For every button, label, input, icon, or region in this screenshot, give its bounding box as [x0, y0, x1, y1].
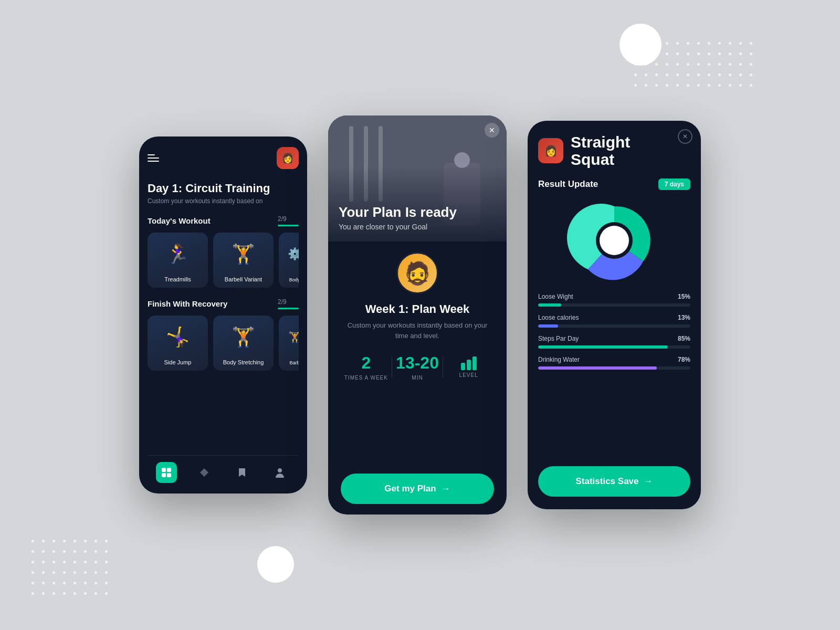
today-workout-label: Today's Workout: [148, 216, 211, 225]
stretch-icon: 🏋️: [213, 316, 274, 358]
nav-grid[interactable]: [156, 462, 177, 483]
water-pct: 78%: [678, 356, 690, 363]
stats-avatar: 👩: [538, 138, 563, 163]
stat-loose-calories: Loose calories 13%: [538, 314, 690, 328]
recovery-card-stretch[interactable]: 🏋️ Body Stretching: [213, 316, 274, 371]
donut-svg: [567, 198, 662, 282]
water-label: Drinking Water: [538, 356, 580, 363]
hero-text-block: Your Plan Is ready You are closer to you…: [339, 204, 457, 231]
loose-calories-label: Loose calories: [538, 314, 579, 321]
svg-point-4: [278, 468, 282, 472]
week-description: Custom your workouts instantly based on …: [341, 320, 494, 341]
week-title: Week 1: Plan Week: [365, 302, 470, 316]
menu-icon[interactable]: [148, 154, 159, 162]
steps-track: [538, 345, 690, 349]
save-arrow: →: [644, 476, 653, 487]
level-bars: [461, 356, 477, 370]
phone-workout: 👩 Day 1: Circuit Training Custom your wo…: [139, 136, 307, 494]
recovery-header: Finish With Recovery 2/9: [148, 298, 299, 309]
phone1-header: 👩: [148, 147, 299, 169]
hero-close-button[interactable]: ✕: [485, 123, 499, 138]
phone-plan: Your Plan Is ready You are closer to you…: [328, 116, 507, 514]
recovery-card-jump[interactable]: 🤸‍♀️ Side Jump: [148, 316, 208, 371]
dots-grid-bottom-left: [32, 540, 111, 598]
loose-weight-pct: 15%: [678, 293, 690, 300]
exercise-name-line2: Squat: [571, 151, 614, 168]
stretch-label: Body Stretching: [223, 359, 264, 365]
donut-chart: [567, 198, 662, 282]
avatar[interactable]: 👩: [277, 147, 299, 169]
steps-pct: 85%: [678, 335, 690, 342]
water-track: [538, 366, 690, 370]
stat-times-week: 2 TIMES A WEEK: [341, 353, 392, 381]
phone3-header: 👩 Straight Squat: [538, 133, 669, 168]
stat-min-value: 13-20: [396, 353, 439, 373]
stats-bars-list: Loose Wight 15% Loose calories 13% Ste: [538, 293, 690, 456]
recovery-progress: 2/9: [278, 298, 299, 309]
recovery-section: Finish With Recovery 2/9 🤸‍♀️ Side Jump …: [148, 298, 299, 371]
body-icon: ⚙️: [279, 233, 299, 275]
nav-bookmark[interactable]: [232, 462, 253, 483]
get-plan-label: Get my Plan: [384, 484, 436, 494]
level-bar-3: [472, 356, 477, 370]
workout-card-treadmills[interactable]: 🏃‍♀️ Treadmills: [148, 233, 208, 288]
result-update-row: Result Update 7 days: [538, 178, 690, 190]
loose-calories-track: [538, 324, 690, 328]
phone-stats: ✕ 👩 Straight Squat Result Update 7 days: [528, 121, 701, 509]
loose-weight-track: [538, 303, 690, 307]
level-bar-1: [461, 363, 465, 370]
loose-calories-fill: [538, 324, 558, 328]
body-label: Body: [289, 277, 299, 282]
steps-fill: [538, 345, 668, 349]
page-title: Day 1: Circuit Training: [148, 182, 299, 195]
loose-calories-pct: 13%: [678, 314, 690, 321]
workout-card-barbell[interactable]: 🏋️ Barbell Variant: [213, 233, 274, 288]
water-fill: [538, 366, 657, 370]
loose-weight-fill: [538, 303, 561, 307]
get-plan-button[interactable]: Get my Plan →: [341, 474, 494, 504]
days-badge: 7 days: [658, 178, 690, 190]
recovery-cards-list: 🤸‍♀️ Side Jump 🏋️ Body Stretching 🏋️ Bar…: [148, 316, 299, 371]
steps-label: Steps Par Day: [538, 335, 579, 342]
stat-min: 13-20 MIN: [392, 353, 443, 381]
avatar-image: 👩: [277, 147, 299, 169]
stats-row: 2 TIMES A WEEK 13-20 MIN LEVEL: [341, 353, 494, 381]
loose-weight-label: Loose Wight: [538, 293, 573, 300]
phones-container: 👩 Day 1: Circuit Training Custom your wo…: [139, 116, 701, 514]
workout-card-body[interactable]: ⚙️ Body: [279, 233, 299, 288]
exercise-name-line1: Straight: [571, 133, 630, 151]
barb2-icon: 🏋️: [279, 316, 299, 358]
dots-grid-top-right: // Will be rendered after body loads: [634, 42, 756, 90]
barb2-label: Barb: [289, 360, 299, 365]
svg-rect-2: [162, 473, 166, 477]
statistics-save-button[interactable]: Statistics Save →: [538, 466, 690, 497]
level-bar-2: [467, 360, 471, 370]
save-label: Statistics Save: [575, 476, 638, 487]
stat-level: LEVEL: [443, 356, 494, 378]
stats-close-button[interactable]: ✕: [678, 129, 692, 144]
nav-profile[interactable]: [269, 462, 290, 483]
nav-explore[interactable]: [194, 462, 215, 483]
svg-rect-0: [162, 468, 166, 472]
treadmill-label: Treadmills: [164, 276, 191, 282]
phone2-body: 🧔 Week 1: Plan Week Custom your workouts…: [328, 242, 507, 514]
recovery-card-barb[interactable]: 🏋️ Barb: [279, 316, 299, 371]
jump-icon: 🤸‍♀️: [148, 316, 208, 358]
donut-center-white: [600, 226, 629, 255]
svg-rect-3: [167, 473, 171, 477]
stat-water: Drinking Water 78%: [538, 356, 690, 370]
treadmill-icon: 🏃‍♀️: [148, 233, 208, 275]
stat-loose-weight: Loose Wight 15%: [538, 293, 690, 307]
stat-times-label: TIMES A WEEK: [344, 375, 388, 381]
coach-avatar: 🧔: [396, 252, 438, 294]
barbell-icon: 🏋️: [213, 233, 274, 275]
today-workout-section: Today's Workout 2/9 🏃‍♀️ Treadmills 🏋️ B…: [148, 215, 299, 288]
jump-label: Side Jump: [164, 359, 192, 365]
hero-title: Your Plan Is ready: [339, 204, 457, 220]
bg-circle-bottom: [257, 546, 294, 583]
hero-subtitle: You are closer to your Goal: [339, 223, 457, 231]
stat-level-label: LEVEL: [459, 372, 478, 378]
stat-times-value: 2: [361, 353, 371, 373]
hero-banner: Your Plan Is ready You are closer to you…: [328, 116, 507, 242]
barbell-label: Barbell Variant: [225, 276, 262, 282]
